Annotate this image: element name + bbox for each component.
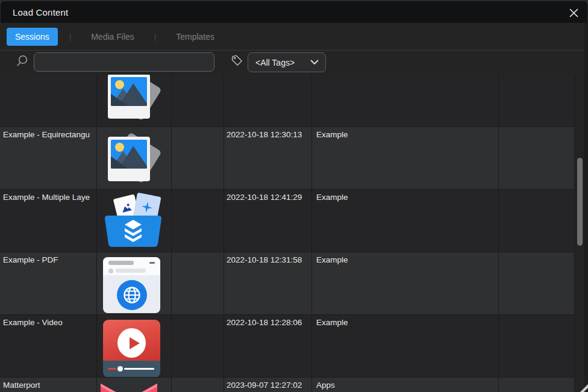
tab-media-files[interactable]: Media Files	[83, 28, 143, 46]
session-category	[312, 75, 499, 126]
table-rows: Example - Equirectangu 2022-10-18 12:30:…	[0, 75, 575, 392]
session-date: 2022-10-18 12:28:06	[224, 315, 312, 377]
web-page-icon	[103, 257, 160, 313]
empty-cell	[172, 190, 224, 252]
session-date: 2022-10-18 12:30:13	[224, 127, 312, 189]
empty-cell	[499, 252, 575, 314]
window-right-edge	[584, 23, 588, 392]
tab-sessions[interactable]: Sessions	[7, 28, 58, 46]
chevron-down-icon	[310, 60, 319, 65]
empty-cell	[172, 378, 224, 392]
session-category: Apps	[312, 378, 499, 392]
table-row[interactable]: Example - Video 2022-10-18 12:28:06 Exam…	[0, 315, 575, 378]
table-row[interactable]: Example - Multiple Laye 2022-10-18 12:41…	[0, 190, 575, 252]
session-date	[224, 75, 312, 126]
titlebar[interactable]: Load Content	[1, 1, 587, 23]
session-name: Example - Multiple Laye	[0, 190, 97, 252]
tags-dropdown-value: <All Tags>	[255, 58, 310, 67]
session-category: Example	[312, 252, 499, 314]
session-thumbnail	[97, 127, 172, 189]
session-name: Example - Equirectangu	[0, 127, 97, 189]
dialog-title: Load Content	[13, 7, 68, 17]
session-date: 2022-10-18 12:31:58	[224, 252, 312, 314]
session-name	[0, 75, 97, 126]
session-thumbnail	[97, 252, 172, 314]
tag-icon	[231, 54, 243, 67]
empty-cell	[172, 127, 224, 189]
tab-templates[interactable]: Templates	[167, 28, 223, 46]
video-player-icon	[103, 320, 160, 377]
scrollbar-thumb[interactable]	[577, 158, 583, 246]
search-input[interactable]	[34, 52, 214, 72]
empty-cell	[499, 127, 575, 189]
session-name: Matterport	[0, 378, 97, 392]
tags-dropdown[interactable]: <All Tags>	[248, 52, 326, 72]
session-thumbnail	[97, 75, 172, 126]
table-row[interactable]: Matterport 2023-09-07 12:27:02 Apps	[0, 378, 575, 392]
session-thumbnail	[97, 315, 172, 377]
table-row[interactable]: Example - PDF 2022-10-18 12:31:58 Exampl…	[0, 252, 575, 315]
layers-folder-icon	[103, 194, 163, 249]
empty-cell	[499, 75, 575, 126]
session-category: Example	[312, 315, 499, 377]
photo-stack-icon	[103, 75, 161, 123]
sessions-table: Example - Equirectangu 2022-10-18 12:30:…	[0, 75, 584, 392]
resize-grip[interactable]	[575, 379, 588, 392]
empty-cell	[172, 75, 224, 126]
tab-separator: |	[69, 32, 71, 41]
session-date: 2022-10-18 12:41:29	[224, 190, 312, 252]
search-icon	[16, 54, 29, 67]
session-name: Example - Video	[0, 315, 97, 377]
tab-separator: |	[154, 32, 156, 41]
close-icon	[569, 8, 578, 17]
table-row[interactable]: Example - Equirectangu 2022-10-18 12:30:…	[0, 127, 575, 190]
scrollbar-track[interactable]	[575, 75, 584, 392]
empty-cell	[499, 378, 575, 392]
empty-cell	[172, 252, 224, 314]
empty-cell	[499, 315, 575, 377]
session-thumbnail	[97, 190, 172, 252]
search-bar: <All Tags>	[0, 51, 584, 75]
empty-cell	[499, 190, 575, 252]
load-content-dialog: Load Content Sessions | Media Files | Te…	[0, 0, 588, 392]
close-button[interactable]	[567, 6, 580, 19]
matterport-icon	[101, 384, 157, 392]
empty-cell	[172, 315, 224, 377]
tab-bar: Sessions | Media Files | Templates	[0, 23, 584, 51]
session-thumbnail	[97, 378, 172, 392]
session-category: Example	[312, 127, 499, 189]
table-row[interactable]	[0, 75, 575, 127]
session-name: Example - PDF	[0, 252, 97, 314]
session-date: 2023-09-07 12:27:02	[224, 378, 312, 392]
session-category: Example	[312, 190, 499, 252]
photo-stack-icon	[103, 132, 161, 186]
